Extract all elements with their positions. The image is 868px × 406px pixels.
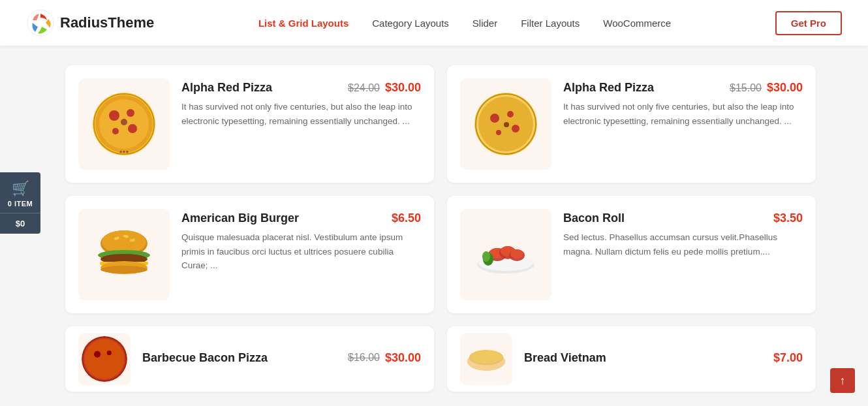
product-image-4	[460, 209, 551, 300]
product-prices-3: $6.50	[392, 211, 421, 225]
product-desc-3: Quisque malesuada placerat nisl. Vestibu…	[181, 230, 421, 273]
get-pro-button[interactable]: Get Pro	[775, 11, 842, 35]
svg-point-4	[109, 110, 119, 121]
product-desc-2: It has survived not only five centuries,…	[563, 100, 803, 128]
header: RadiusTheme List & Grid Layouts Category…	[0, 0, 868, 46]
price-sale-5: $30.00	[385, 351, 421, 365]
product-prices-6: $7.00	[773, 351, 803, 365]
svg-point-41	[94, 351, 101, 358]
product-card: Barbecue Bacon Pizza $16.00 $30.00	[65, 326, 434, 392]
nav-filter[interactable]: Filter Layouts	[521, 18, 580, 29]
product-prices-5: $16.00 $30.00	[348, 351, 421, 365]
product-title-row-4: Bacon Roll $3.50	[563, 211, 803, 225]
product-prices-2: $15.00 $30.00	[730, 81, 803, 95]
product-title-1: Alpha Red Pizza	[181, 81, 272, 95]
product-info-1: Alpha Red Pizza $24.00 $30.00 It has sur…	[181, 78, 421, 128]
svg-point-17	[504, 122, 509, 127]
product-title-2: Alpha Red Pizza	[563, 81, 654, 95]
price-sale-1: $30.00	[385, 81, 421, 95]
nav-list-grid[interactable]: List & Grid Layouts	[258, 18, 349, 29]
product-title-row-2: Alpha Red Pizza $15.00 $30.00	[563, 81, 803, 95]
price-original-2: $15.00	[730, 82, 762, 94]
svg-point-5	[127, 109, 134, 117]
product-card: ●●● Alpha Red Pizza $24.00 $30.00 It has…	[65, 65, 434, 183]
price-sale-4: $3.50	[773, 211, 803, 225]
product-prices-1: $24.00 $30.00	[348, 81, 421, 95]
cart-divider	[0, 213, 40, 213]
nav-slider[interactable]: Slider	[473, 18, 497, 29]
main-content: ●●● Alpha Red Pizza $24.00 $30.00 It has…	[0, 46, 868, 406]
logo-area[interactable]: RadiusTheme	[26, 8, 154, 37]
product-title-row-1: Alpha Red Pizza $24.00 $30.00	[181, 81, 421, 95]
svg-point-15	[512, 125, 519, 133]
svg-point-38	[482, 251, 490, 262]
product-image-5	[78, 333, 131, 385]
product-info-5: Barbecue Bacon Pizza $16.00 $30.00	[142, 349, 421, 370]
svg-point-14	[507, 111, 514, 117]
price-sale-3: $6.50	[392, 211, 421, 225]
product-info-3: American Big Burger $6.50 Quisque malesu…	[181, 209, 421, 273]
product-title-5: Barbecue Bacon Pizza	[142, 351, 268, 365]
product-card: American Big Burger $6.50 Quisque malesu…	[65, 196, 434, 313]
product-title-row-3: American Big Burger $6.50	[181, 211, 421, 225]
product-card: Alpha Red Pizza $15.00 $30.00 It has sur…	[447, 65, 816, 183]
svg-point-46	[470, 350, 502, 363]
svg-point-6	[128, 124, 137, 133]
product-desc-4: Sed lectus. Phasellus accumsan cursus ve…	[563, 230, 803, 258]
svg-text:●●●: ●●●	[119, 149, 129, 155]
svg-point-42	[107, 351, 112, 355]
svg-point-28	[101, 266, 147, 273]
product-prices-4: $3.50	[773, 211, 803, 225]
svg-point-16	[496, 130, 501, 135]
product-image-3	[78, 209, 170, 300]
cart-total: $0	[16, 219, 25, 228]
product-desc-1: It has survived not only five centuries,…	[181, 100, 421, 128]
product-title-6: Bread Vietnam	[524, 351, 606, 365]
product-info-6: Bread Vietnam $7.00	[524, 349, 803, 370]
product-info-4: Bacon Roll $3.50 Sed lectus. Phasellus a…	[563, 209, 803, 258]
logo-icon	[26, 8, 55, 37]
main-nav: List & Grid Layouts Category Layouts Sli…	[258, 18, 671, 29]
product-image-6	[460, 333, 512, 385]
price-original-5: $16.00	[348, 352, 380, 364]
nav-category[interactable]: Category Layouts	[372, 18, 449, 29]
sidebar-cart[interactable]: 🛒 0 ITEM $0	[0, 172, 40, 234]
logo-text: RadiusTheme	[60, 14, 154, 31]
cart-icon: 🛒	[12, 180, 29, 197]
product-image-1: ●●●	[78, 78, 170, 170]
svg-point-40	[84, 339, 124, 379]
product-info-2: Alpha Red Pizza $15.00 $30.00 It has sur…	[563, 78, 803, 128]
product-title-row-5: Barbecue Bacon Pizza $16.00 $30.00	[142, 351, 421, 365]
price-sale-2: $30.00	[767, 81, 803, 95]
product-card: Bread Vietnam $7.00	[447, 326, 816, 392]
price-original-1: $24.00	[348, 82, 380, 94]
cart-count: 0 ITEM	[8, 200, 33, 208]
products-grid: ●●● Alpha Red Pizza $24.00 $30.00 It has…	[65, 65, 816, 392]
product-title-4: Bacon Roll	[563, 211, 625, 225]
product-image-2	[460, 78, 551, 170]
product-title-row-6: Bread Vietnam $7.00	[524, 351, 803, 365]
nav-woocommerce[interactable]: WooCommerce	[603, 18, 671, 29]
product-card: Bacon Roll $3.50 Sed lectus. Phasellus a…	[447, 196, 816, 313]
product-title-3: American Big Burger	[181, 211, 299, 225]
price-sale-6: $7.00	[773, 351, 803, 365]
svg-point-8	[121, 119, 127, 125]
svg-point-36	[510, 249, 523, 258]
svg-point-13	[490, 114, 499, 123]
scroll-to-top-button[interactable]: ↑	[830, 368, 855, 393]
svg-point-7	[112, 128, 119, 134]
